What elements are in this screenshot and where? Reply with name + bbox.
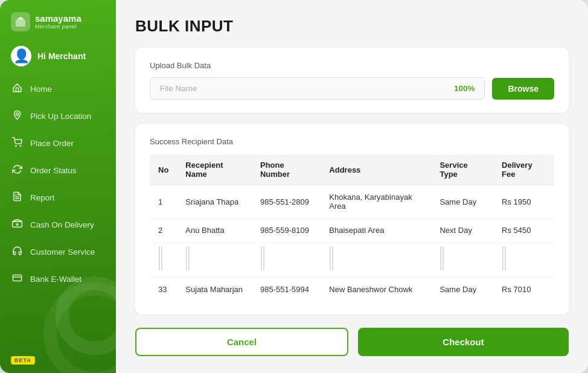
col-address: Address [321,155,431,185]
page-title: BULK INPUT [135,17,569,36]
svg-point-2 [16,113,18,115]
logo-text: samayama Merchant panel [35,14,81,30]
table-row: 1Sriajana Thapa985-551-2809Khokana, Kary… [150,185,554,218]
svg-marker-1 [17,17,24,19]
sidebar-item-pickup-label: Pick Up Location [30,112,91,121]
sidebar-item-customerservice-label: Customer Service [30,247,95,257]
sidebar-item-cashdelivery[interactable]: Cash On Delivery [0,212,116,238]
table-row: 2Anu Bhatta985-559-8109Bhaisepati AreaNe… [150,218,554,243]
sidebar-nav: Home Pick Up Location Place Order Order … [0,75,116,373]
pickup-icon [11,110,23,123]
file-percent: 100% [454,84,475,93]
checkout-button[interactable]: Checkout [358,328,569,356]
upload-section-label: Upload Bulk Data [150,61,554,70]
logo-name: samayama [35,14,81,24]
sidebar-item-pickup[interactable]: Pick Up Location [0,103,116,129]
cashdelivery-icon [11,218,23,231]
user-name: Hi Merchant [37,51,86,61]
svg-rect-9 [13,275,21,281]
logo-subtitle: Merchant panel [35,24,81,30]
sidebar-item-orderstatus-label: Order Status [30,166,77,175]
sidebar-item-home-label: Home [30,84,52,94]
svg-rect-7 [12,222,22,227]
avatar: 👤 [11,46,31,66]
browse-button[interactable]: Browse [492,78,554,100]
sidebar-item-home[interactable]: Home [0,76,116,102]
main-content: BULK INPUT Upload Bulk Data File Name 10… [116,0,588,373]
svg-point-4 [20,145,21,146]
bottom-actions: Cancel Checkout [135,328,569,356]
logo-icon [11,12,30,31]
beta-badge: BETA [11,356,35,365]
col-service: Service Type [431,155,493,185]
svg-point-8 [16,224,18,226]
sidebar-item-bankwallet-label: Bank E-Wallet [30,275,81,284]
sidebar-item-bankwallet[interactable]: Bank E-Wallet [0,266,116,292]
bankwallet-icon [11,273,23,285]
customerservice-icon [11,246,23,258]
ellipsis-row [150,243,554,278]
app-container: samayama Merchant panel 👤 Hi Merchant Ho… [0,0,588,373]
table-card: Success Recipient Data No Recepient Name… [135,124,569,314]
table-header-row: No Recepient Name Phone Number Address S… [150,155,554,185]
sidebar-user[interactable]: 👤 Hi Merchant [0,40,116,75]
orderstatus-icon [11,164,23,177]
sidebar-item-cashdelivery-label: Cash On Delivery [30,220,94,229]
home-icon [11,83,23,95]
table-row: 33Sujata Maharjan985-551-5994New Baneshw… [150,278,554,302]
sidebar-item-placeorder[interactable]: Place Order [0,130,116,156]
file-name-label: File Name [160,84,197,93]
sidebar-item-customerservice[interactable]: Customer Service [0,239,116,265]
recipient-label: Success Recipient Data [150,137,554,146]
placeorder-icon [11,137,23,150]
col-fee: Delivery Fee [493,155,554,185]
upload-row: File Name 100% Browse [150,77,554,100]
file-input-area: File Name 100% [150,77,485,100]
sidebar: samayama Merchant panel 👤 Hi Merchant Ho… [0,0,116,373]
sidebar-item-orderstatus[interactable]: Order Status [0,158,116,183]
sidebar-item-report-label: Report [30,193,55,202]
data-table: No Recepient Name Phone Number Address S… [150,155,554,301]
report-icon [11,191,23,204]
svg-point-3 [15,145,16,146]
upload-card: Upload Bulk Data File Name 100% Browse [135,48,569,113]
cancel-button[interactable]: Cancel [135,328,348,356]
sidebar-logo: samayama Merchant panel [0,0,116,40]
col-name: Recepient Name [177,155,252,185]
sidebar-item-report[interactable]: Report [0,185,116,211]
sidebar-item-placeorder-label: Place Order [30,139,74,148]
col-phone: Phone Number [252,155,321,185]
col-no: No [150,155,177,185]
